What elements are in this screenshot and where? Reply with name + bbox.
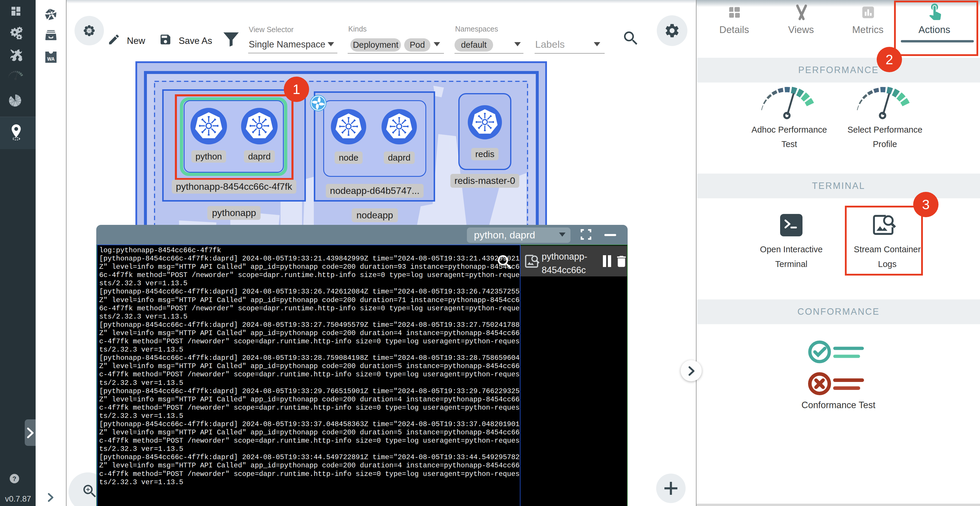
svg-text:?: ? (12, 475, 16, 482)
svg-text:WA: WA (47, 57, 54, 62)
